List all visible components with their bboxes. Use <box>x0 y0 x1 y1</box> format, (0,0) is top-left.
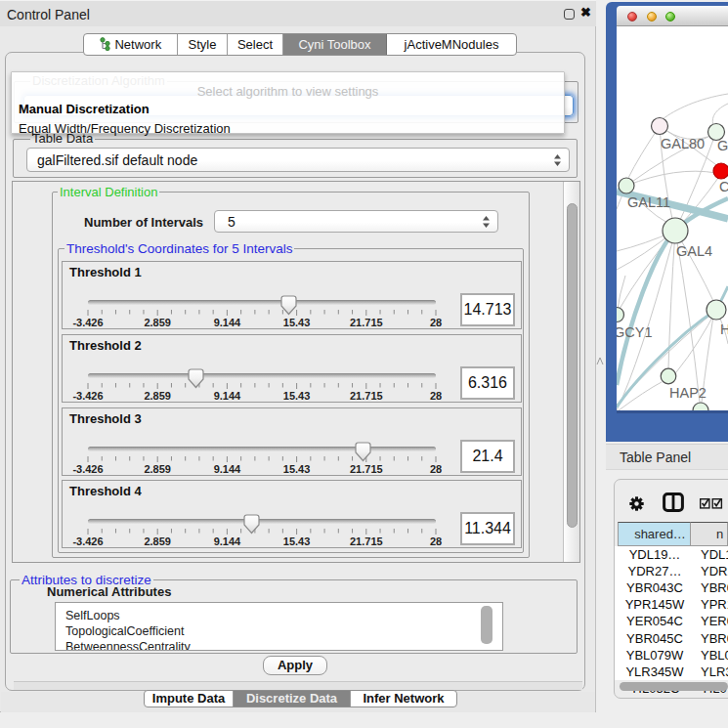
svg-text:HAP2: HAP2 <box>669 385 707 401</box>
svg-text:G: G <box>717 138 728 153</box>
svg-text:C: C <box>719 179 728 194</box>
svg-text:GAL4: GAL4 <box>676 243 712 259</box>
svg-text:GCY1: GCY1 <box>617 324 653 340</box>
svg-text:H: H <box>720 321 728 337</box>
svg-text:GAL80: GAL80 <box>661 136 705 151</box>
svg-text:GAL11: GAL11 <box>627 194 670 210</box>
